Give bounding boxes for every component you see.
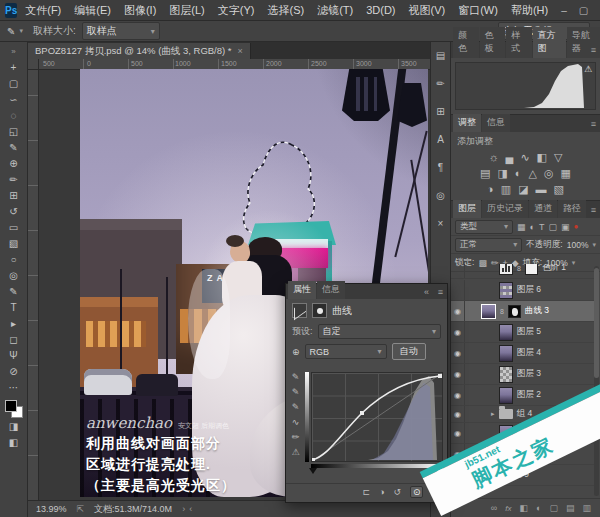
new-group-icon[interactable]: ▢ (549, 503, 558, 513)
mask-icon[interactable] (312, 303, 327, 318)
tab-close-icon[interactable]: × (238, 46, 243, 56)
character-panel-icon[interactable]: A (437, 134, 444, 145)
blend-mode-select[interactable]: 正常 ▾ (455, 238, 522, 252)
gray-point-eyedropper-icon[interactable]: ✎ (292, 387, 300, 397)
brightness-contrast-icon[interactable]: ☼ (489, 151, 499, 164)
curve-graph[interactable] (311, 372, 443, 462)
close-panel-icon[interactable]: × (438, 218, 444, 229)
tab-histogram[interactable]: 直方图 (533, 27, 566, 58)
eye-icon[interactable]: ◉ (451, 322, 465, 342)
eye-icon[interactable]: ◉ (451, 343, 465, 363)
eye-icon[interactable]: ◉ (451, 301, 465, 321)
eye-icon[interactable]: ◉ (451, 385, 465, 405)
new-adjustment-icon[interactable]: ◐ (536, 503, 541, 513)
tab-paths[interactable]: 路径 (558, 200, 586, 218)
filter-adjustment-icon[interactable]: ◐ (530, 222, 535, 232)
quick-mask-button[interactable]: ◨ (4, 419, 24, 435)
link-layers-icon[interactable]: ∞ (491, 503, 497, 513)
crop-tool[interactable]: ◱ (4, 124, 24, 140)
layer-row-4[interactable]: ◉ 图层 4 (451, 343, 595, 364)
histogram-warning-icon[interactable]: ⚠ (584, 64, 592, 74)
view-previous-icon[interactable]: ◑ (379, 487, 384, 497)
preset-select[interactable]: 自定 ▾ (318, 324, 441, 339)
eye-cell[interactable] (451, 280, 465, 300)
group-arrow-icon[interactable]: ▸ (491, 410, 495, 418)
visibility-icon[interactable]: ⊙ (410, 486, 424, 498)
foreground-color[interactable] (5, 400, 17, 412)
auto-button[interactable]: 自动 (392, 343, 426, 360)
document-tab[interactable]: BPOZ8127 拷贝.psd @ 14% (曲线 3, RGB/8) * × (28, 43, 251, 59)
type-tool[interactable]: T (4, 300, 24, 316)
panel-menu-icon[interactable]: ≡ (591, 45, 596, 55)
curve-histogram-warning-icon[interactable]: ⚠ (291, 447, 299, 457)
selective-color-icon[interactable]: ▧ (554, 183, 564, 196)
layer-thumbnail[interactable] (499, 345, 513, 362)
snapshot-panel-icon[interactable]: ▤ (436, 50, 445, 61)
layer-style-icon[interactable]: fx (505, 504, 511, 513)
pen-tool[interactable]: ✎ (4, 284, 24, 300)
invert-icon[interactable]: ◑ (487, 183, 494, 196)
healing-brush-tool[interactable]: ⊕ (4, 156, 24, 172)
eyedropper-tool[interactable]: ✎ (4, 140, 24, 156)
shape-tool[interactable]: ◻ (4, 332, 24, 348)
tool-preset-caret-icon[interactable]: ▾ (19, 27, 23, 35)
threshold-icon[interactable]: ◪ (518, 183, 528, 196)
tab-history[interactable]: 历史记录 (482, 200, 528, 218)
minimize-button[interactable]: – (561, 5, 567, 16)
curves-thumbnail[interactable] (481, 304, 496, 319)
layer-row-3[interactable]: ◉ 图层 3 (451, 364, 595, 385)
channel-mixer-icon[interactable]: ◎ (544, 167, 554, 180)
chevron-down-icon[interactable]: ▾ (592, 241, 596, 249)
filter-shape-icon[interactable]: ▢ (548, 222, 557, 232)
clone-source-panel-icon[interactable]: ⊞ (436, 106, 444, 117)
tab-adjustments[interactable]: 调整 (453, 114, 481, 132)
panel-menu-icon[interactable]: ≡ (438, 287, 443, 297)
marquee-tool[interactable]: ▢ (4, 76, 24, 92)
edit-toolbar-icon[interactable]: ⋯ (4, 380, 24, 396)
hand-tool[interactable]: Ψ (4, 348, 24, 364)
levels-thumbnail[interactable] (499, 264, 513, 275)
channel-select[interactable]: RGB ▾ (305, 344, 387, 359)
history-brush-tool[interactable]: ↺ (4, 204, 24, 220)
status-arrow-icon[interactable]: › (182, 504, 185, 514)
filter-smart-icon[interactable]: ▣ (561, 222, 570, 232)
collapse-icon[interactable]: « (424, 287, 429, 297)
clone-stamp-tool[interactable]: ⊞ (4, 188, 24, 204)
menu-image[interactable]: 图像(I) (124, 3, 156, 18)
tab-styles[interactable]: 样式 (506, 27, 532, 58)
toolbar-collapse-icon[interactable]: » (4, 44, 24, 60)
tab-layers[interactable]: 图层 (453, 200, 481, 218)
blur-tool[interactable]: ○ (4, 252, 24, 268)
layer-row-curves-3[interactable]: ◉ 8 曲线 3 (451, 301, 595, 322)
reset-icon[interactable]: ↺ (393, 487, 401, 497)
layer-thumbnail[interactable] (499, 366, 513, 383)
panel-menu-icon[interactable]: ≡ (591, 205, 596, 215)
vibrance-icon[interactable]: ▽ (554, 151, 562, 164)
layer-row-6[interactable]: 图层 6 (451, 280, 595, 301)
menu-view[interactable]: 视图(V) (409, 3, 446, 18)
screen-mode-button[interactable]: ◧ (4, 435, 24, 451)
menu-3d[interactable]: 3D(D) (366, 4, 395, 16)
layers-scrollbar[interactable] (594, 266, 599, 496)
layer-row-levels-1[interactable]: 8 色阶 1 (451, 264, 595, 279)
curves-icon[interactable]: ∿ (520, 151, 529, 164)
layer-mask-thumbnail[interactable] (508, 305, 521, 318)
glyphs-panel-icon[interactable]: ◎ (436, 190, 445, 201)
gradient-map-icon[interactable]: ▬ (536, 183, 547, 196)
hue-saturation-icon[interactable]: ▤ (480, 167, 490, 180)
expand-icon[interactable]: ⇱ (77, 504, 85, 514)
eye-cell[interactable] (451, 264, 465, 278)
tab-channels[interactable]: 通道 (529, 200, 557, 218)
tab-swatches[interactable]: 色板 (480, 27, 506, 58)
clip-to-layer-icon[interactable]: ⊏ (362, 487, 370, 497)
eraser-tool[interactable]: ▭ (4, 220, 24, 236)
zoom-tool[interactable]: ⊘ (4, 364, 24, 380)
new-layer-icon[interactable]: ▤ (566, 503, 575, 513)
layer-thumbnail[interactable] (499, 324, 513, 341)
eye-icon[interactable]: ◉ (451, 423, 465, 443)
menu-type[interactable]: 文字(Y) (218, 3, 255, 18)
white-point-eyedropper-icon[interactable]: ✎ (292, 402, 300, 412)
color-balance-icon[interactable]: ◨ (497, 167, 507, 180)
menu-file[interactable]: 文件(F) (25, 3, 61, 18)
move-tool[interactable]: + (4, 60, 24, 76)
